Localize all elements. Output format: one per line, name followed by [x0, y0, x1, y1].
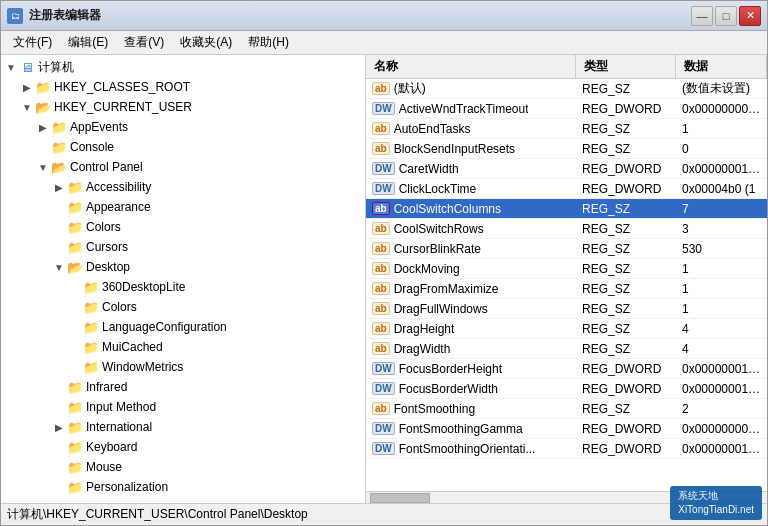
tree-item-desktop[interactable]: ▼ 📂 Desktop [1, 257, 365, 277]
list-header: 名称 类型 数据 [366, 55, 767, 79]
tree-item-hkcu[interactable]: ▼ 📂 HKEY_CURRENT_USER [1, 97, 365, 117]
reg-value-icon: ab [372, 302, 390, 315]
tree-item-inputmethod[interactable]: ▶ 📁 Input Method [1, 397, 365, 417]
tree-item-keyboard[interactable]: ▶ 📁 Keyboard [1, 437, 365, 457]
tree-item-languageconfig[interactable]: ▶ 📁 LanguageConfiguration [1, 317, 365, 337]
reg-value-type: REG_DWORD [576, 362, 676, 376]
reg-value-name: AutoEndTasks [394, 122, 471, 136]
tree-item-computer[interactable]: ▼ 🖥 计算机 [1, 57, 365, 77]
expand-icon-computer[interactable]: ▼ [3, 59, 19, 75]
reg-value-name: FocusBorderHeight [399, 362, 502, 376]
tree-item-hkcr[interactable]: ▶ 📁 HKEY_CLASSES_ROOT [1, 77, 365, 97]
expand-icon-appevents[interactable]: ▶ [35, 119, 51, 135]
list-row[interactable]: ab(默认)REG_SZ(数值未设置) [366, 79, 767, 99]
tree-item-mouse[interactable]: ▶ 📁 Mouse [1, 457, 365, 477]
menu-file[interactable]: 文件(F) [5, 31, 60, 54]
list-row[interactable]: abCoolSwitchRowsREG_SZ3 [366, 219, 767, 239]
tree-item-controlpanel[interactable]: ▼ 📂 Control Panel [1, 157, 365, 177]
expand-icon-hkcu[interactable]: ▼ [19, 99, 35, 115]
close-button[interactable]: ✕ [739, 6, 761, 26]
reg-value-data: 1 [676, 302, 767, 316]
h-scroll-thumb[interactable] [370, 493, 430, 503]
main-content: ▼ 🖥 计算机 ▶ 📁 HKEY_CLASSES_ROOT ▼ 📂 HKEY_C… [1, 55, 767, 503]
expand-icon-controlpanel[interactable]: ▼ [35, 159, 51, 175]
menu-view[interactable]: 查看(V) [116, 31, 172, 54]
folder-icon-dcolors: 📁 [83, 299, 99, 315]
list-content[interactable]: ab(默认)REG_SZ(数值未设置)DWActiveWndTrackTimeo… [366, 79, 767, 491]
pc-icon: 🖥 [19, 59, 35, 75]
menu-favorites[interactable]: 收藏夹(A) [172, 31, 240, 54]
tree-item-personalization[interactable]: ▶ 📁 Personalization [1, 477, 365, 497]
tree-label-accessibility: Accessibility [86, 180, 151, 194]
reg-value-type: REG_SZ [576, 342, 676, 356]
tree-item-appearance[interactable]: ▶ 📁 Appearance [1, 197, 365, 217]
expand-icon-desktop[interactable]: ▼ [51, 259, 67, 275]
tree-item-cursors[interactable]: ▶ 📁 Cursors [1, 237, 365, 257]
reg-value-type: REG_SZ [576, 262, 676, 276]
list-row[interactable]: abBlockSendInputResetsREG_SZ0 [366, 139, 767, 159]
reg-value-icon: ab [372, 322, 390, 335]
reg-value-data: 4 [676, 342, 767, 356]
list-row[interactable]: DWCaretWidthREG_DWORD0x00000001 (1 [366, 159, 767, 179]
reg-value-data: 0x00000000 (0 [676, 102, 767, 116]
list-row[interactable]: abDragFullWindowsREG_SZ1 [366, 299, 767, 319]
tree-item-windowmetrics[interactable]: ▶ 📁 WindowMetrics [1, 357, 365, 377]
list-row[interactable]: DWFontSmoothingGammaREG_DWORD0x00000000 … [366, 419, 767, 439]
tree-label-computer: 计算机 [38, 59, 74, 76]
list-row[interactable]: abCursorBlinkRateREG_SZ530 [366, 239, 767, 259]
list-row[interactable]: DWClickLockTimeREG_DWORD0x00004b0 (1 [366, 179, 767, 199]
minimize-button[interactable]: — [691, 6, 713, 26]
maximize-button[interactable]: □ [715, 6, 737, 26]
reg-value-type: REG_DWORD [576, 382, 676, 396]
tree-item-appevents[interactable]: ▶ 📁 AppEvents [1, 117, 365, 137]
tree-item-console[interactable]: ▶ 📁 Console [1, 137, 365, 157]
tree-item-360desktoplite[interactable]: ▶ 📁 360DesktopLite [1, 277, 365, 297]
tree-item-international[interactable]: ▶ 📁 International [1, 417, 365, 437]
col-header-type[interactable]: 类型 [576, 55, 676, 78]
reg-value-type: REG_SZ [576, 402, 676, 416]
reg-value-name: FocusBorderWidth [399, 382, 498, 396]
reg-value-data: 0x00000001 (1 [676, 162, 767, 176]
col-header-data[interactable]: 数据 [676, 55, 767, 78]
folder-icon-hkcr: 📁 [35, 79, 51, 95]
tree-label-hkcu: HKEY_CURRENT_USER [54, 100, 192, 114]
reg-value-type: REG_DWORD [576, 182, 676, 196]
list-row[interactable]: abDragWidthREG_SZ4 [366, 339, 767, 359]
menu-help[interactable]: 帮助(H) [240, 31, 297, 54]
watermark: 系统天地 XiTongTianDi.net [670, 486, 762, 520]
tree-item-infrared[interactable]: ▶ 📁 Infrared [1, 377, 365, 397]
reg-value-data: 0x00000001 (1 [676, 382, 767, 396]
expand-icon-accessibility[interactable]: ▶ [51, 179, 67, 195]
folder-icon-lang: 📁 [83, 319, 99, 335]
list-row[interactable]: abFontSmoothingREG_SZ2 [366, 399, 767, 419]
reg-value-name: CursorBlinkRate [394, 242, 481, 256]
list-row[interactable]: DWActiveWndTrackTimeoutREG_DWORD0x000000… [366, 99, 767, 119]
col-header-name[interactable]: 名称 [366, 55, 576, 78]
tree-item-desktop-colors[interactable]: ▶ 📁 Colors [1, 297, 365, 317]
tree-item-accessibility[interactable]: ▶ 📁 Accessibility [1, 177, 365, 197]
tree-panel[interactable]: ▼ 🖥 计算机 ▶ 📁 HKEY_CLASSES_ROOT ▼ 📂 HKEY_C… [1, 55, 366, 503]
tree-item-muicached[interactable]: ▶ 📁 MuiCached [1, 337, 365, 357]
list-row[interactable]: abDragHeightREG_SZ4 [366, 319, 767, 339]
list-row[interactable]: abDragFromMaximizeREG_SZ1 [366, 279, 767, 299]
reg-value-icon: ab [372, 242, 390, 255]
reg-value-data: 0x00000001 (1 [676, 442, 767, 456]
list-row[interactable]: DWFocusBorderHeightREG_DWORD0x00000001 (… [366, 359, 767, 379]
expand-icon-hkcr[interactable]: ▶ [19, 79, 35, 95]
reg-value-name: DragHeight [394, 322, 455, 336]
expand-icon-international[interactable]: ▶ [51, 419, 67, 435]
folder-icon-console: 📁 [51, 139, 67, 155]
menu-edit[interactable]: 编辑(E) [60, 31, 116, 54]
list-row[interactable]: abAutoEndTasksREG_SZ1 [366, 119, 767, 139]
reg-value-name: FontSmoothingOrientati... [399, 442, 536, 456]
right-panel: 名称 类型 数据 ab(默认)REG_SZ(数值未设置)DWActiveWndT… [366, 55, 767, 503]
folder-icon-inputmethod: 📁 [67, 399, 83, 415]
folder-icon-controlpanel: 📂 [51, 159, 67, 175]
tree-item-colors[interactable]: ▶ 📁 Colors [1, 217, 365, 237]
list-row[interactable]: abCoolSwitchColumnsREG_SZ7 [366, 199, 767, 219]
list-row[interactable]: DWFocusBorderWidthREG_DWORD0x00000001 (1 [366, 379, 767, 399]
list-row[interactable]: abDockMovingREG_SZ1 [366, 259, 767, 279]
tree-label-infrared: Infrared [86, 380, 127, 394]
list-row[interactable]: DWFontSmoothingOrientati...REG_DWORD0x00… [366, 439, 767, 459]
folder-icon-hkcu: 📂 [35, 99, 51, 115]
